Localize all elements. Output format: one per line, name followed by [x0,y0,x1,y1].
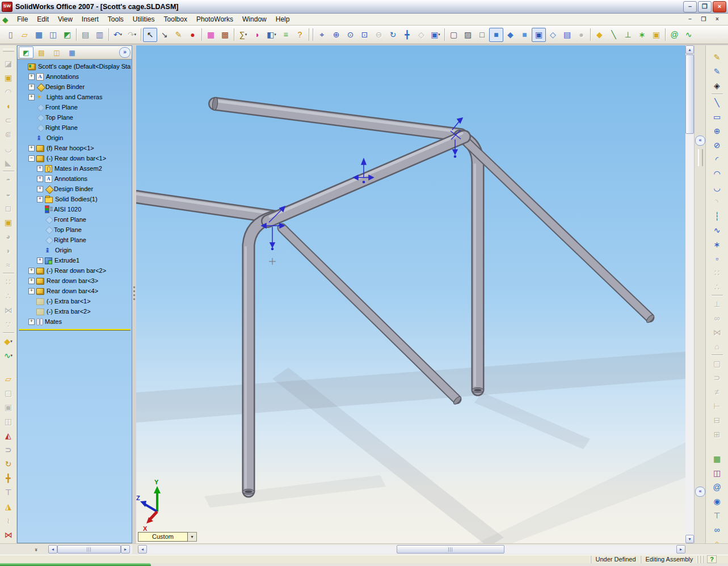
animator-button[interactable]: ∿ [681,28,696,42]
reference-point-button[interactable]: ∗ [635,28,649,42]
rollback-bar[interactable] [19,329,131,331]
menu-utilities[interactable]: Utilities [128,14,159,24]
quick-tips-icon[interactable]: ? [707,555,717,563]
vertical-scroll-thumb[interactable] [685,54,694,134]
panel-tab-displaymanager[interactable]: ▦ [65,47,79,58]
make-assembly-from-part-button[interactable]: ◩ [60,28,74,42]
measure-button[interactable]: ∑▾ [236,28,250,42]
tree-item[interactable]: Right Plane [18,235,132,245]
measure-dropdown-icon[interactable]: ▾ [245,32,247,37]
scroll-up-button[interactable]: ▴ [685,45,694,54]
curves-dropdown-icon[interactable]: ▾ [11,353,13,358]
rotate-component-button[interactable]: ↻ [1,457,16,471]
design-checker-button[interactable]: ∞ [709,522,725,537]
task-pane-splitter[interactable]: « « [694,45,706,543]
coordinate-system-button[interactable]: ⊥ [621,28,635,42]
3d-viewport[interactable]: Y Z X [136,45,685,543]
photoworks-render-button[interactable]: ◗ [250,28,264,42]
spline-button[interactable]: ∿ [709,223,725,237]
vertical-scrollbar[interactable]: ▴ ▾ [685,45,694,543]
select-button[interactable]: ↖ [143,28,157,42]
scroll-track[interactable] [147,545,397,554]
tree-item[interactable]: Front Plane [18,102,132,112]
centerline-button[interactable]: ┆ [709,209,725,223]
tree-item[interactable]: Front Plane [18,214,132,225]
tree-item[interactable]: Right Plane [18,123,132,133]
move-component-button[interactable]: ╋ [1,471,16,485]
mate-reference-button[interactable]: ▣ [649,28,663,42]
revolved-boss-base-button[interactable]: ◖ [1,99,16,113]
scroll-track[interactable] [504,545,676,554]
view-selector-value[interactable]: Custom [138,532,188,542]
reference-axis-button[interactable]: ╲ [607,28,621,42]
tree-item[interactable]: Origin [18,245,132,255]
tree-item[interactable]: +Solid Bodies(1) [18,194,132,204]
perspective-button[interactable]: ◇ [546,28,560,42]
tree-horizontal-scrollbar[interactable]: ◂ ▸ [48,545,132,554]
start-button-edge[interactable] [0,563,151,566]
expand-toggle-icon[interactable]: + [28,145,35,151]
expand-toggle-icon[interactable]: + [28,288,35,294]
hidden-lines-removed-button[interactable]: □ [475,28,489,42]
3d-content-central-button[interactable]: ◉ [709,494,725,508]
perimeter-circle-button[interactable]: ◜ [709,152,725,166]
viewport-scroll-thumb[interactable] [397,545,504,554]
point-button[interactable]: ∗ [709,237,725,251]
tree-item[interactable]: +Rear down bar<4> [18,286,132,296]
expand-toggle-icon[interactable]: + [28,84,35,90]
open-button[interactable]: ▱ [18,28,32,42]
tree-item[interactable]: Top Plane [18,225,132,235]
expand-toggle-icon[interactable]: + [28,94,35,100]
wireframe-button[interactable]: ▢ [447,28,461,42]
panel-tabs-overflow-button[interactable]: » [119,47,131,58]
publish-edrawings-button[interactable]: @ [667,28,681,42]
menu-help[interactable]: Help [271,14,294,24]
reference-plane-button[interactable]: ◆ [592,28,607,42]
tree-item[interactable]: AISI 1020 [18,204,132,214]
hidden-lines-visible-button[interactable]: ▨ [461,28,475,42]
tree-item[interactable]: −(-) Rear down bar<1> [18,153,132,163]
help-button[interactable]: ? [293,28,307,42]
traffic-light-button[interactable]: ● [186,28,200,42]
menu-view[interactable]: View [53,14,77,24]
tree-item[interactable]: +Design Binder [18,82,132,92]
undo-dropdown-icon[interactable]: ▾ [120,32,123,37]
menu-tools[interactable]: Tools [103,14,128,24]
tree-item[interactable]: +Design Binder [18,184,132,194]
expand-toggle-icon[interactable]: + [28,74,35,80]
close-button[interactable]: × [713,1,726,12]
panel-tab-propertymanager[interactable]: ▤ [34,47,49,58]
toolbar-grip[interactable] [3,49,14,52]
tree-item[interactable]: +Lights and Cameras [18,92,132,102]
child-close-button[interactable]: × [712,15,722,24]
tree-overflow-chevron[interactable]: » [32,546,40,555]
restore-button[interactable]: ❐ [698,1,712,12]
minimize-button[interactable]: – [683,1,697,12]
tree-item[interactable]: +(-) Rear down bar<2> [18,265,132,276]
apply-texture-button[interactable]: ▩ [218,28,232,42]
edrawings-button[interactable]: @ [709,480,725,494]
expand-toggle-icon[interactable]: − [28,155,35,162]
selection-filter-button[interactable]: ↘ [157,28,171,42]
panel-tab-featuremanager[interactable]: ◩ [19,47,33,58]
curves-button[interactable]: ∿▾ [1,348,16,362]
tree-item[interactable]: +Rear down bar<3> [18,276,132,286]
menu-insert[interactable]: Insert [77,14,103,24]
undo-button[interactable]: ↶▾ [111,28,125,42]
circle-button[interactable]: ⊕ [709,124,725,138]
tree-item[interactable]: +Mates [18,316,132,327]
graphics-area[interactable]: Y Z X Custom ▾ [136,45,685,543]
exploded-view-button[interactable]: ◮ [1,499,16,513]
reference-geometry-button[interactable]: ◆▾ [1,334,16,348]
tree-item[interactable]: (-) Extra bar<2> [18,306,132,316]
shadows-in-shaded-mode-button[interactable]: ▣ [532,28,546,42]
make-drawing-from-part-button[interactable]: ◫ [46,28,60,42]
insert-component-button[interactable]: ▱ [1,371,16,386]
shaded-button[interactable]: ◆ [503,28,517,42]
menu-edit[interactable]: Edit [32,14,53,24]
viewport-horizontal-scrollbar[interactable]: ◂ ▸ [138,545,685,554]
tangent-arc-button[interactable]: ◡ [709,180,725,195]
view-selector-dropdown-icon[interactable]: ▾ [188,532,197,542]
new-button[interactable]: ▯ [3,28,18,42]
tree-item[interactable]: +(f) Rear hoop<1> [18,143,132,153]
